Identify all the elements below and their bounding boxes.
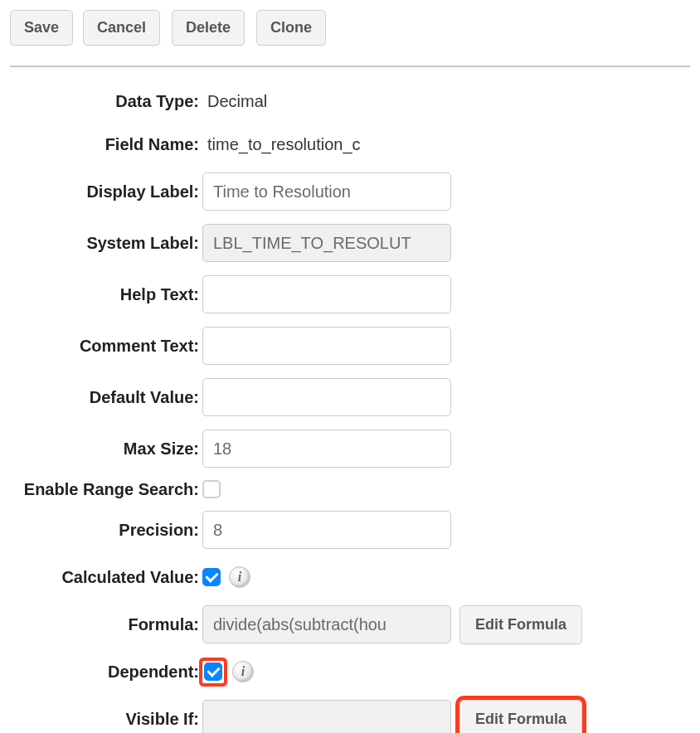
help-text-input[interactable] bbox=[202, 275, 451, 313]
display-label-label: Display Label: bbox=[10, 182, 202, 201]
calculated-checkbox[interactable] bbox=[202, 568, 221, 586]
formula-label: Formula: bbox=[10, 615, 202, 634]
system-label-input[interactable] bbox=[202, 224, 451, 262]
edit-formula-button[interactable]: Edit Formula bbox=[459, 605, 582, 644]
cancel-button[interactable]: Cancel bbox=[83, 10, 160, 46]
dependent-label: Dependent: bbox=[10, 663, 202, 682]
edit-visible-formula-button[interactable]: Edit Formula bbox=[459, 700, 582, 734]
info-icon[interactable]: i bbox=[229, 566, 250, 588]
range-search-label: Enable Range Search: bbox=[10, 480, 202, 499]
visible-if-label: Visible If: bbox=[10, 710, 202, 729]
divider bbox=[10, 66, 690, 67]
comment-text-input[interactable] bbox=[202, 327, 451, 365]
system-label-label: System Label: bbox=[10, 234, 202, 253]
max-size-label: Max Size: bbox=[10, 439, 202, 459]
max-size-input[interactable] bbox=[202, 430, 451, 468]
clone-button[interactable]: Clone bbox=[256, 10, 326, 46]
field-name-label: Field Name: bbox=[10, 135, 202, 154]
save-button[interactable]: Save bbox=[10, 10, 73, 46]
delete-button[interactable]: Delete bbox=[172, 10, 245, 46]
display-label-input[interactable] bbox=[202, 172, 451, 211]
calculated-label: Calculated Value: bbox=[10, 568, 202, 587]
field-name-value: time_to_resolution_c bbox=[202, 135, 361, 154]
comment-text-label: Comment Text: bbox=[10, 337, 202, 356]
help-text-label: Help Text: bbox=[10, 285, 202, 304]
default-value-label: Default Value: bbox=[10, 388, 202, 407]
field-edit-form: Data Type: Decimal Field Name: time_to_r… bbox=[10, 82, 690, 733]
data-type-label: Data Type: bbox=[10, 92, 202, 111]
dependent-checkbox[interactable] bbox=[204, 663, 222, 681]
visible-if-input[interactable] bbox=[202, 700, 451, 733]
precision-input[interactable] bbox=[202, 511, 451, 549]
default-value-input[interactable] bbox=[202, 378, 451, 416]
precision-label: Precision: bbox=[10, 521, 202, 540]
range-search-checkbox[interactable] bbox=[202, 480, 221, 498]
info-icon[interactable]: i bbox=[232, 661, 254, 682]
data-type-value: Decimal bbox=[202, 92, 267, 111]
formula-input[interactable] bbox=[202, 605, 451, 643]
